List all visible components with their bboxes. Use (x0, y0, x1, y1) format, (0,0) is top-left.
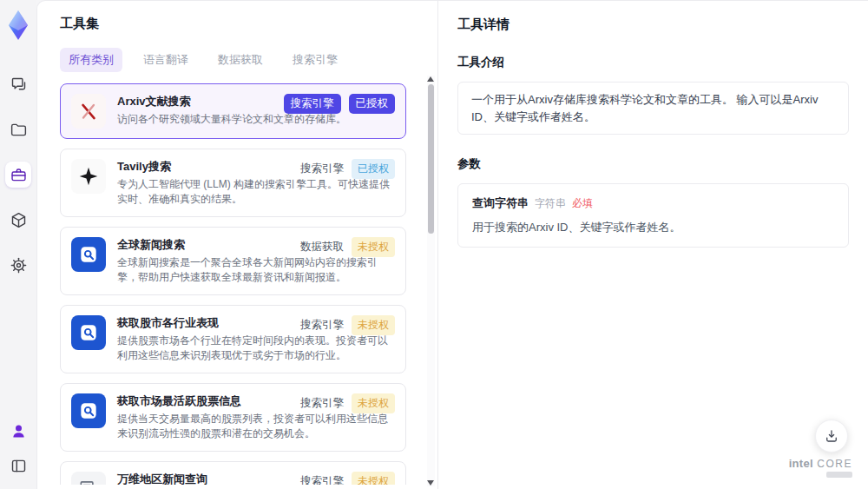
tool-intro-text: 一个用于从Arxiv存储库搜索科学论文和文章的工具。 输入可以是Arxiv ID… (457, 82, 849, 135)
tab-2[interactable]: 数据获取 (209, 48, 272, 72)
tool-status-badge: 未授权 (352, 472, 395, 485)
detail-title: 工具详情 (457, 17, 849, 33)
scrollbar[interactable] (427, 76, 435, 486)
scroll-up-icon[interactable] (427, 76, 434, 82)
chat-icon[interactable] (5, 71, 31, 97)
tool-icon (71, 94, 106, 129)
tool-card-3[interactable]: 获取股市各行业表现 提供股票市场各个行业在特定时间段内的表现。投资者可以利用这些… (60, 305, 406, 373)
tool-card-1[interactable]: Tavily搜索 专为人工智能代理 (LLM) 构建的搜索引擎工具。可快速提供实… (60, 149, 406, 217)
tool-category-badge: 搜索引擎 (300, 318, 344, 333)
page-title: 工具集 (60, 16, 417, 32)
panel-icon[interactable] (5, 453, 31, 479)
params-heading: 参数 (457, 156, 849, 172)
param-name: 查询字符串 (472, 195, 529, 211)
intel-core-logo: intel CORE (789, 455, 852, 478)
scroll-down-icon[interactable] (427, 480, 434, 486)
tab-3[interactable]: 搜索引擎 (284, 48, 346, 72)
briefcase-icon[interactable] (5, 162, 31, 188)
tool-card-2[interactable]: 全球新闻搜索 全球新闻搜索是一个聚合全球各大新闻网站内容的搜索引擎，帮助用户快速… (60, 227, 406, 295)
param-required-badge: 必填 (572, 196, 593, 211)
tool-icon (71, 315, 106, 350)
tool-card-5[interactable]: 万维地区新闻查询 查询具体行政区划内的新闻，快速了解各地新闻动 搜索引擎 未授权 (60, 461, 406, 485)
settings-icon[interactable] (5, 252, 31, 278)
tool-card-4[interactable]: 获取市场最活跃股票信息 提供当天交易量最高的股票列表，投资者可以利用这些信息来识… (60, 383, 406, 452)
tool-description: 专为人工智能代理 (LLM) 构建的搜索引擎工具。可快速提供实时、准确和真实的结… (117, 177, 395, 207)
tool-status-badge: 未授权 (352, 393, 395, 413)
brand-core: CORE (817, 458, 852, 470)
package-icon[interactable] (5, 207, 31, 233)
tool-icon (71, 237, 106, 272)
tool-category-badge: 搜索引擎 (300, 396, 344, 411)
tool-category-badge: 搜索引擎 (284, 94, 341, 114)
tool-category-badge: 数据获取 (300, 240, 344, 254)
tool-status-badge: 已授权 (352, 159, 395, 179)
tool-icon (71, 393, 106, 428)
app-logo-gem-icon (4, 9, 32, 42)
tab-bar: 所有类别语言翻译数据获取搜索引擎 (60, 48, 417, 72)
folder-icon[interactable] (5, 116, 31, 142)
intro-heading: 工具介绍 (457, 55, 849, 70)
newspaper-icon (77, 478, 100, 485)
star-icon (77, 165, 100, 188)
param-type: 字符串 (535, 196, 566, 211)
tool-category-badge: 搜索引擎 (300, 474, 344, 485)
tool-detail-panel: 工具详情 工具介绍 一个用于从Arxiv存储库搜索科学论文和文章的工具。 输入可… (437, 1, 868, 489)
brand-sub-badge (826, 472, 852, 478)
brand-intel: intel (789, 457, 813, 470)
user-icon[interactable] (5, 418, 31, 444)
tool-status-badge: 未授权 (352, 315, 395, 335)
tool-description: 提供股票市场各个行业在特定时间段内的表现。投资者可以利用这些信息来识别表现优于或… (117, 334, 395, 363)
content-shell: 工具集 所有类别语言翻译数据获取搜索引擎 Arxiv文献搜索 访问各个研究领域大… (36, 0, 868, 489)
param-item: 查询字符串 字符串 必填 用于搜索的Arxiv ID、关键字或作者姓名。 (457, 183, 849, 248)
tool-category-badge: 搜索引擎 (300, 162, 344, 176)
tool-description: 全球新闻搜索是一个聚合全球各大新闻网站内容的搜索引擎，帮助用户快速获取全球最新资… (117, 255, 395, 285)
tool-status-badge: 已授权 (349, 94, 396, 114)
tool-icon (71, 472, 106, 485)
tool-list-panel: 工具集 所有类别语言翻译数据获取搜索引擎 Arxiv文献搜索 访问各个研究领域大… (37, 1, 437, 489)
arxiv-icon (77, 100, 100, 122)
tool-card-0[interactable]: Arxiv文献搜索 访问各个研究领域大量科学论文和文章的存储库。 搜索引擎 已授… (60, 83, 406, 139)
icon-rail (0, 0, 36, 489)
tab-1[interactable]: 语言翻译 (135, 48, 197, 72)
download-button[interactable] (815, 420, 848, 453)
search-app-icon (77, 243, 100, 266)
tab-0[interactable]: 所有类别 (60, 48, 122, 72)
tool-description: 提供当天交易量最高的股票列表，投资者可以利用这些信息来识别流动性强的股票和潜在的… (117, 412, 395, 441)
tool-list: Arxiv文献搜索 访问各个研究领域大量科学论文和文章的存储库。 搜索引擎 已授… (60, 83, 417, 485)
scrollbar-thumb[interactable] (428, 84, 434, 234)
search-app-icon (77, 321, 100, 344)
download-icon (824, 428, 839, 444)
tool-status-badge: 未授权 (352, 237, 395, 257)
param-description: 用于搜索的Arxiv ID、关键字或作者姓名。 (472, 220, 834, 235)
search-app-icon (77, 400, 100, 422)
tool-icon (71, 159, 106, 194)
tool-description: 访问各个研究领域大量科学论文和文章的存储库。 (117, 112, 395, 127)
